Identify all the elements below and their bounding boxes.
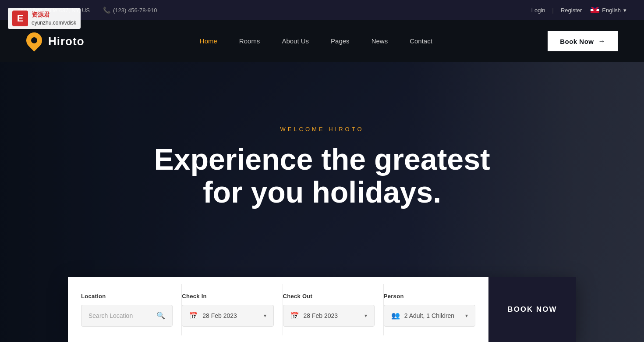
nav-item-rooms[interactable]: Rooms <box>239 37 260 45</box>
nav-links: Home Rooms About Us Pages News Contact <box>200 37 432 45</box>
nav-link-pages[interactable]: Pages <box>331 37 350 45</box>
auth-divider: | <box>552 7 554 14</box>
booking-form: Location 🔍 Check In 📅 28 Feb 2023 ▾ Chec… <box>68 277 488 342</box>
arrow-right-icon: → <box>598 37 605 45</box>
nav-item-about[interactable]: About Us <box>282 37 309 45</box>
hero-subtitle: WELCOME HIROTO <box>154 126 490 132</box>
person-icon: 👥 <box>391 311 400 320</box>
checkin-input-wrap[interactable]: 📅 28 Feb 2023 ▾ <box>182 305 273 327</box>
book-now-submit-button[interactable]: BOOK NOW <box>488 277 576 342</box>
nav-item-pages[interactable]: Pages <box>331 37 350 45</box>
logo-pin-inner <box>31 37 37 43</box>
checkout-label: Check Out <box>283 293 375 299</box>
language-selector[interactable]: English ▾ <box>591 7 626 14</box>
flag-icon <box>591 7 599 13</box>
person-field: Person 👥 2 Adult, 1 Children ▾ <box>384 284 475 335</box>
nav-link-about[interactable]: About Us <box>282 37 309 45</box>
checkout-input-wrap[interactable]: 📅 28 Feb 2023 ▾ <box>283 305 375 327</box>
checkout-value: 28 Feb 2023 <box>304 312 360 319</box>
nav-item-home[interactable]: Home <box>200 37 217 45</box>
location-input-wrap[interactable]: 🔍 <box>81 305 173 327</box>
book-now-submit-label: BOOK NOW <box>507 305 557 314</box>
phone-icon: 📞 <box>103 7 110 14</box>
checkin-value: 28 Feb 2023 <box>202 312 259 319</box>
top-bar: nser Vista Suite 437, NY, US 📞 (123) 456… <box>0 0 644 20</box>
checkout-chevron-icon: ▾ <box>364 313 367 319</box>
navbar: Hiroto Home Rooms About Us Pages News Co… <box>0 20 644 62</box>
checkin-field: Check In 📅 28 Feb 2023 ▾ <box>182 284 283 335</box>
logo-text: Hiroto <box>48 35 85 48</box>
hero-title-line1: Experience the greatest <box>154 143 490 176</box>
calendar-checkin-icon: 📅 <box>189 311 198 320</box>
hero-title-line2: for you holidays. <box>154 176 490 209</box>
hero-section: WELCOME HIROTO Experience the greatest f… <box>0 62 644 342</box>
hero-title: Experience the greatest for you holidays… <box>154 143 490 209</box>
book-now-nav-label: Book Now <box>560 38 594 45</box>
auth-links: Login | Register <box>531 7 582 14</box>
book-now-nav-button[interactable]: Book Now → <box>548 31 618 51</box>
watermark-text: 资源君 eyunzhu.com/vdisk <box>32 11 76 26</box>
booking-form-wrapper: Location 🔍 Check In 📅 28 Feb 2023 ▾ Chec… <box>68 277 576 342</box>
logo-icon <box>26 32 44 50</box>
location-input[interactable] <box>88 312 152 319</box>
top-bar-right: Login | Register English ▾ <box>531 7 626 14</box>
calendar-checkout-icon: 📅 <box>290 311 299 320</box>
language-label: English <box>602 7 621 14</box>
phone-text: 📞 (123) 456-78-910 <box>103 7 157 14</box>
nav-item-contact[interactable]: Contact <box>410 37 432 45</box>
logo-pin <box>23 29 46 52</box>
person-value: 2 Adult, 1 Children <box>404 312 461 319</box>
nav-link-news[interactable]: News <box>372 37 388 45</box>
logo[interactable]: Hiroto <box>26 32 85 50</box>
checkin-label: Check In <box>182 293 273 299</box>
checkout-field: Check Out 📅 28 Feb 2023 ▾ <box>283 284 384 335</box>
search-icon: 🔍 <box>156 311 165 320</box>
watermark: E 资源君 eyunzhu.com/vdisk <box>8 8 81 29</box>
location-field: Location 🔍 <box>81 284 182 335</box>
language-dropdown-icon: ▾ <box>623 7 626 14</box>
watermark-icon: E <box>12 11 28 26</box>
nav-link-contact[interactable]: Contact <box>410 37 432 45</box>
checkin-chevron-icon: ▾ <box>264 313 266 319</box>
hero-content: WELCOME HIROTO Experience the greatest f… <box>154 126 490 279</box>
login-link[interactable]: Login <box>531 7 545 14</box>
person-input-wrap[interactable]: 👥 2 Adult, 1 Children ▾ <box>384 305 475 327</box>
location-label: Location <box>81 293 173 299</box>
person-chevron-icon: ▾ <box>465 313 468 319</box>
person-label: Person <box>384 293 475 299</box>
nav-item-news[interactable]: News <box>372 37 388 45</box>
nav-link-home[interactable]: Home <box>200 37 217 45</box>
nav-link-rooms[interactable]: Rooms <box>239 37 260 45</box>
register-link[interactable]: Register <box>561 7 582 14</box>
